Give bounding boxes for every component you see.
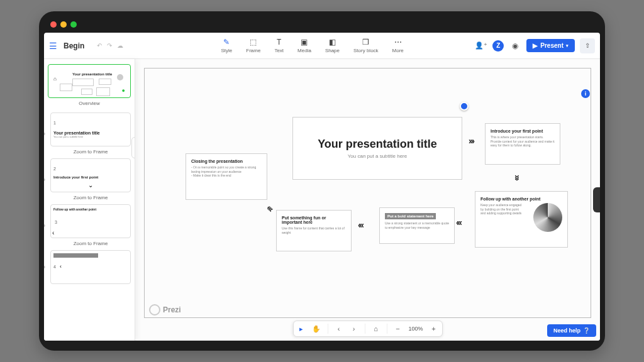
pen-icon: ✎: [223, 38, 230, 47]
path-pin-icon[interactable]: [460, 102, 469, 111]
cloud-sync-icon: ☁: [117, 42, 123, 49]
intro-frame[interactable]: Introduce your first point This is where…: [485, 123, 560, 165]
shape-tool[interactable]: ◧ Shape: [325, 38, 340, 53]
minimize-window-icon[interactable]: [60, 21, 67, 28]
layers-icon: ❒: [362, 38, 369, 47]
next-frame-button[interactable]: ›: [349, 325, 358, 332]
slide-thumbnail-2[interactable]: 2 Introduce your first point ⌄: [50, 158, 131, 192]
home-button[interactable]: ⌂: [371, 325, 380, 332]
sidebar-collapse-handle[interactable]: [131, 137, 135, 158]
storyblock-tool[interactable]: ❒ Story block: [353, 38, 379, 53]
chevron-down-icon: ▾: [566, 43, 569, 48]
document-title[interactable]: Begin: [64, 41, 84, 50]
slide-thumbnail-3[interactable]: Follow up with another point 3 ‹: [50, 204, 131, 238]
overview-thumbnail[interactable]: ⌂ Your presentation title ●: [48, 64, 131, 98]
path-arrow-icon: ›››: [513, 175, 523, 180]
media-tool[interactable]: ▣ Media: [297, 38, 311, 53]
maximize-window-icon[interactable]: [70, 21, 77, 28]
presentation-title[interactable]: Your presentation title: [318, 138, 437, 151]
followup-frame[interactable]: Follow up with another point Keep your a…: [475, 191, 568, 248]
spiral-image: [533, 203, 562, 232]
more-tool[interactable]: ⋯ More: [392, 38, 404, 53]
info-button[interactable]: i: [581, 89, 590, 98]
canvas[interactable]: i Your presentation title You can put a …: [135, 59, 600, 341]
play-icon: ▶: [533, 42, 538, 49]
pin-icon: [117, 74, 123, 80]
path-arrow-icon: ›››: [359, 221, 364, 231]
bold-frame[interactable]: Put a bold statement here Use a strong s…: [379, 207, 455, 244]
right-panel-handle[interactable]: [593, 187, 600, 212]
preview-button[interactable]: ◉: [509, 40, 521, 52]
user-avatar[interactable]: Z: [492, 40, 504, 52]
title-frame[interactable]: Your presentation title You can put a su…: [292, 117, 462, 180]
prezi-logo: Prezi: [149, 304, 181, 315]
style-tool[interactable]: ✎ Style: [221, 38, 232, 53]
undo-button[interactable]: ↶: [97, 42, 102, 49]
more-icon: ⋯: [394, 38, 402, 47]
pointer-tool[interactable]: ▸: [297, 325, 306, 333]
text-icon: T: [277, 38, 281, 47]
text-tool[interactable]: T Text: [274, 38, 284, 53]
zoom-level[interactable]: 100%: [408, 326, 423, 332]
media-icon: ▣: [301, 38, 308, 47]
shape-icon: ◧: [329, 38, 336, 47]
help-button[interactable]: Need help ❔: [547, 324, 596, 337]
add-collaborator-icon[interactable]: 👤⁺: [475, 41, 487, 50]
presentation-subtitle[interactable]: You can put a subtitle here: [348, 153, 407, 159]
main-toolbar: ✎ Style ⬚ Frame T Text ▣ Media ◧ Shape: [150, 38, 475, 53]
slide-thumbnail-1[interactable]: 1 Your presentation title You can put a …: [50, 112, 131, 146]
frame-tool[interactable]: ⬚ Frame: [246, 38, 260, 53]
record-icon: ●: [122, 87, 125, 94]
frame-icon: ⬚: [250, 38, 257, 47]
path-arrow-icon: ›››: [457, 219, 462, 229]
share-button[interactable]: ⇧: [580, 38, 595, 53]
menu-button[interactable]: ☰: [49, 41, 57, 51]
close-window-icon[interactable]: [50, 21, 57, 28]
overview-label: Overview: [48, 101, 131, 106]
redo-button[interactable]: ↷: [107, 42, 112, 49]
slide-panel[interactable]: ⌂ Your presentation title ● Overview: [44, 59, 135, 341]
canvas-toolbar: ▸ ✋ ‹ › ⌂ − 100% +: [292, 321, 442, 337]
prev-frame-button[interactable]: ‹: [334, 325, 343, 332]
zoom-in-button[interactable]: +: [430, 325, 438, 332]
fun-frame[interactable]: Put something fun or important here Use …: [276, 210, 352, 251]
slide-thumbnail-4[interactable]: 4 ‹: [50, 250, 131, 284]
window-controls: [44, 16, 600, 33]
path-arrow-icon: ›››: [469, 136, 474, 146]
closing-frame[interactable]: Closing the presentation - On a memorabl…: [186, 153, 267, 200]
hand-tool[interactable]: ✋: [312, 325, 321, 333]
zoom-out-button[interactable]: −: [393, 325, 402, 332]
home-icon: ⌂: [53, 76, 57, 82]
present-button[interactable]: ▶ Present ▾: [526, 39, 575, 52]
help-icon: ❔: [583, 327, 590, 334]
